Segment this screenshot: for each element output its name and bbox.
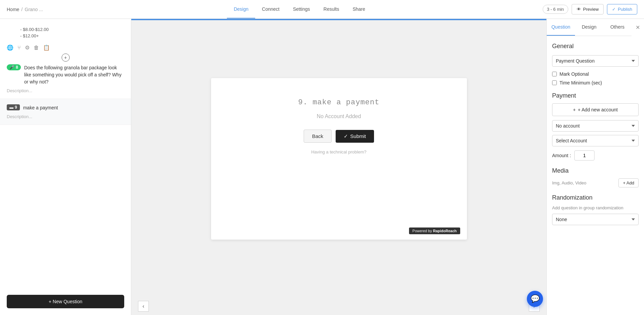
canvas-navigation: ‹ › bbox=[131, 298, 546, 315]
amount-label: Amount : bbox=[552, 153, 571, 158]
canvas-inner: 9. make a payment No Account Added Back … bbox=[131, 20, 546, 298]
question-desc-9[interactable]: Description... bbox=[7, 114, 124, 119]
question-number-8: 8 bbox=[16, 65, 18, 70]
rp-tab-design[interactable]: Design bbox=[575, 19, 603, 36]
nav-tabs: Design Connect Settings Results Share bbox=[57, 0, 543, 19]
question-item-9[interactable]: ▬ 9 make a payment Description... bbox=[0, 99, 131, 125]
question-text-9: make a payment bbox=[23, 104, 58, 111]
right-panel-content: General Payment Question Text Question M… bbox=[547, 36, 644, 232]
right-panel: Question Design Others ✕ General Payment… bbox=[546, 19, 644, 315]
tab-results[interactable]: Results bbox=[317, 0, 346, 19]
breadcrumb-separator: / bbox=[21, 7, 23, 12]
amount-row: Amount : bbox=[552, 150, 639, 161]
tab-design[interactable]: Design bbox=[227, 0, 255, 19]
right-panel-header: Question Design Others ✕ bbox=[547, 19, 644, 36]
q-header-8: 🎤 8 Does the following granola bar packa… bbox=[7, 64, 124, 85]
media-row: Img, Audio, Video + Add bbox=[552, 178, 639, 187]
price-item-2: - $12.00+ bbox=[20, 33, 117, 38]
new-question-button[interactable]: + New Question bbox=[7, 295, 124, 308]
mark-optional-label: Mark Optional bbox=[560, 71, 589, 77]
powered-by-badge: Powered by RapidoReach bbox=[409, 228, 460, 234]
mark-optional-row: Mark Optional bbox=[552, 71, 639, 77]
price-item-1: - $8.00-$12.00 bbox=[20, 27, 117, 32]
breadcrumb: Home / Grano ... bbox=[7, 7, 43, 12]
question-number-9: 9 bbox=[15, 105, 17, 110]
rp-tab-others[interactable]: Others bbox=[603, 19, 632, 36]
globe-icon[interactable]: 🌐 bbox=[7, 44, 13, 51]
mic-icon: 🎤 bbox=[9, 65, 14, 70]
randomization-section-title: Randomization bbox=[552, 194, 639, 201]
general-section-title: General bbox=[552, 43, 639, 50]
main-layout: - $8.00-$12.00 - $12.00+ 🌐 ⑂ ⚙ 🗑 📋 + 🎤 bbox=[0, 19, 644, 315]
submit-label: Submit bbox=[350, 133, 366, 139]
canvas-question-title: 9. make a payment bbox=[225, 98, 453, 107]
question-badge-8: 🎤 8 bbox=[7, 64, 21, 70]
submit-check-icon: ✓ bbox=[344, 133, 348, 139]
eye-icon: 👁 bbox=[577, 7, 581, 12]
randomization-select[interactable]: None bbox=[552, 214, 639, 225]
select-account-select[interactable]: Select Account bbox=[552, 135, 639, 146]
check-icon: ✓ bbox=[612, 7, 616, 12]
media-section-title: Media bbox=[552, 167, 639, 174]
question-type-select[interactable]: Payment Question Text Question Multiple … bbox=[552, 55, 639, 67]
right-panel-tabs: Question Design Others bbox=[547, 19, 632, 36]
submit-button[interactable]: ✓ Submit bbox=[336, 130, 374, 143]
publish-label: Publish bbox=[618, 7, 632, 12]
tech-problem-text: Having a technical problem? bbox=[225, 149, 453, 154]
nav-right: 3 - 6 min 👁 Preview ✓ Publish bbox=[543, 4, 637, 14]
add-account-label: + Add new account bbox=[578, 107, 618, 112]
form-card: 9. make a payment No Account Added Back … bbox=[211, 78, 467, 240]
amount-input[interactable] bbox=[574, 150, 595, 161]
close-panel-button[interactable]: ✕ bbox=[632, 19, 644, 36]
question-item-8[interactable]: - $8.00-$12.00 - $12.00+ 🌐 ⑂ ⚙ 🗑 📋 + 🎤 bbox=[0, 19, 131, 99]
top-navigation: Home / Grano ... Design Connect Settings… bbox=[0, 0, 644, 19]
time-minimum-row: Time Minimum (sec) bbox=[552, 80, 639, 85]
time-badge: 3 - 6 min bbox=[543, 5, 569, 14]
add-account-button[interactable]: + + Add new account bbox=[552, 103, 639, 116]
back-button[interactable]: Back bbox=[304, 130, 332, 143]
payment-icon: ▬ bbox=[9, 105, 13, 110]
breadcrumb-project: Grano ... bbox=[25, 7, 43, 12]
question-badge-9: ▬ 9 bbox=[7, 104, 20, 110]
canvas-area: 9. make a payment No Account Added Back … bbox=[131, 19, 546, 315]
payment-section-title: Payment bbox=[552, 92, 639, 99]
publish-button[interactable]: ✓ Publish bbox=[607, 4, 637, 14]
tab-share[interactable]: Share bbox=[346, 0, 372, 19]
branch-icon[interactable]: ⑂ bbox=[18, 45, 21, 51]
q-toolbar-8: 🌐 ⑂ ⚙ 🗑 📋 bbox=[7, 44, 124, 51]
time-minimum-checkbox[interactable] bbox=[552, 80, 557, 85]
price-list: - $8.00-$12.00 - $12.00+ bbox=[7, 24, 124, 42]
chat-bubble[interactable]: 💬 bbox=[527, 291, 543, 307]
copy-icon[interactable]: 📋 bbox=[43, 44, 50, 51]
q-header-9: ▬ 9 make a payment bbox=[7, 104, 124, 111]
mark-optional-checkbox[interactable] bbox=[552, 72, 557, 76]
preview-label: Preview bbox=[583, 7, 599, 12]
media-types-label: Img, Audio, Video bbox=[552, 180, 586, 185]
randomization-desc: Add question in group randomization bbox=[552, 205, 639, 210]
breadcrumb-home[interactable]: Home bbox=[7, 7, 19, 12]
add-media-button[interactable]: + Add bbox=[618, 178, 639, 187]
question-desc-8[interactable]: Description... bbox=[7, 88, 124, 93]
rp-tab-question[interactable]: Question bbox=[547, 19, 575, 36]
tab-connect[interactable]: Connect bbox=[255, 0, 286, 19]
form-buttons: Back ✓ Submit bbox=[225, 130, 453, 143]
add-between-button[interactable]: + bbox=[62, 54, 70, 62]
plus-icon: + bbox=[573, 107, 576, 112]
question-text-8: Does the following granola bar package l… bbox=[24, 64, 124, 85]
no-account-text: No Account Added bbox=[225, 113, 453, 119]
account-select[interactable]: No account bbox=[552, 120, 639, 132]
gear-icon[interactable]: ⚙ bbox=[25, 44, 30, 51]
trash-icon[interactable]: 🗑 bbox=[34, 45, 39, 51]
left-sidebar: - $8.00-$12.00 - $12.00+ 🌐 ⑂ ⚙ 🗑 📋 + 🎤 bbox=[0, 19, 131, 315]
time-minimum-label: Time Minimum (sec) bbox=[560, 80, 602, 85]
canvas-prev-button[interactable]: ‹ bbox=[138, 301, 149, 312]
sidebar-content: - $8.00-$12.00 - $12.00+ 🌐 ⑂ ⚙ 🗑 📋 + 🎤 bbox=[0, 19, 131, 288]
tab-settings[interactable]: Settings bbox=[286, 0, 317, 19]
preview-button[interactable]: 👁 Preview bbox=[572, 4, 604, 14]
